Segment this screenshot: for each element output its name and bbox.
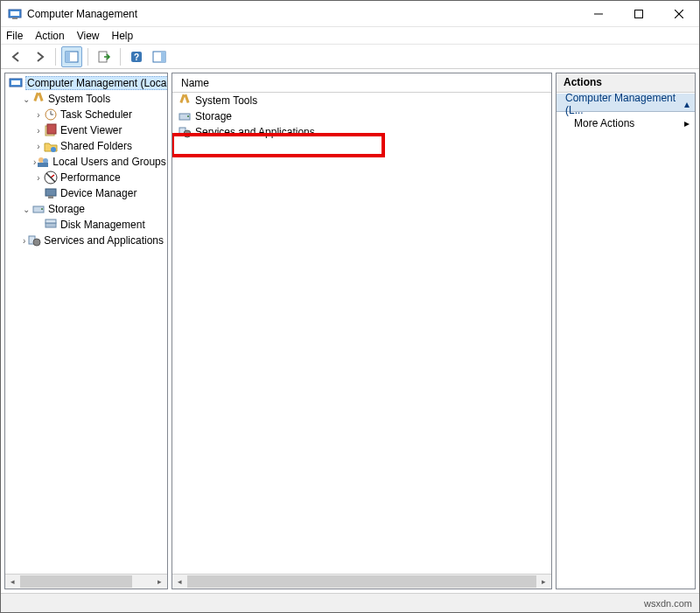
tree-root-computer-management[interactable]: Computer Management (Local <box>5 75 167 91</box>
minimize-button[interactable] <box>578 1 619 26</box>
scroll-left-arrow[interactable]: ◂ <box>172 575 187 589</box>
collapse-icon[interactable]: ⌄ <box>21 94 32 104</box>
tree-performance[interactable]: › Performance <box>5 170 167 185</box>
tree-horizontal-scrollbar[interactable]: ◂ ▸ <box>5 574 167 589</box>
storage-icon <box>32 202 46 216</box>
toolbar: ? <box>1 45 699 69</box>
tree-label: Task Scheduler <box>60 108 132 121</box>
services-apps-icon <box>27 233 41 247</box>
svg-point-37 <box>33 239 40 246</box>
list-item-storage[interactable]: Storage <box>172 108 551 124</box>
list-item-label: System Tools <box>195 94 257 107</box>
expand-icon[interactable]: › <box>33 110 44 120</box>
show-hide-action-pane-button[interactable] <box>149 46 170 67</box>
tree-task-scheduler[interactable]: › Task Scheduler <box>5 107 167 122</box>
svg-rect-30 <box>46 189 56 196</box>
tree-label: Shared Folders <box>60 140 132 152</box>
tree-disk-management[interactable]: Disk Management <box>5 217 167 233</box>
svg-rect-34 <box>46 223 56 227</box>
tree-label: Services and Applications <box>44 234 164 247</box>
scroll-right-arrow[interactable]: ▸ <box>152 575 167 589</box>
menu-view[interactable]: View <box>77 30 100 42</box>
toolbar-separator <box>55 48 56 66</box>
submenu-arrow-icon: ▸ <box>684 117 690 129</box>
tree-shared-folders[interactable]: › Shared Folders <box>5 138 167 154</box>
computer-management-icon <box>9 76 23 90</box>
event-viewer-icon <box>44 123 58 137</box>
status-text: wsxdn.com <box>644 598 692 609</box>
scroll-thumb[interactable] <box>20 575 132 588</box>
expand-icon[interactable]: › <box>33 142 44 151</box>
tree-label: Local Users and Groups <box>52 156 165 168</box>
back-button[interactable] <box>6 46 27 67</box>
system-tools-icon <box>178 94 192 108</box>
tree-device-manager[interactable]: Device Manager <box>5 185 167 201</box>
svg-text:?: ? <box>134 52 139 62</box>
tree-label: Computer Management (Local <box>25 76 167 90</box>
show-hide-tree-button[interactable] <box>61 46 82 67</box>
tree-local-users-groups[interactable]: › Local Users and Groups <box>5 154 167 170</box>
expand-icon[interactable]: › <box>21 236 27 246</box>
menu-action[interactable]: Action <box>35 30 64 42</box>
svg-point-23 <box>51 147 56 152</box>
disk-management-icon <box>44 218 58 232</box>
svg-rect-35 <box>46 219 56 223</box>
svg-point-43 <box>184 130 191 137</box>
console-tree: Computer Management (Local ⌄ System Tool… <box>5 73 167 574</box>
titlebar: Computer Management <box>1 1 699 27</box>
svg-rect-13 <box>161 52 165 62</box>
actions-pane: Actions Computer Management (L... ▴ More… <box>556 73 696 589</box>
list-item-label: Storage <box>195 110 232 122</box>
shared-folders-icon <box>44 139 58 153</box>
system-tools-icon <box>32 92 46 106</box>
collapse-up-icon[interactable]: ▴ <box>684 98 690 110</box>
svg-rect-8 <box>66 52 70 62</box>
console-tree-pane: Computer Management (Local ⌄ System Tool… <box>4 73 168 589</box>
help-button[interactable]: ? <box>126 46 147 67</box>
export-list-button[interactable] <box>94 46 115 67</box>
maximize-button[interactable] <box>619 1 659 26</box>
menu-help[interactable]: Help <box>112 30 134 42</box>
svg-rect-15 <box>11 80 20 85</box>
list-item-system-tools[interactable]: System Tools <box>172 93 551 108</box>
tree-event-viewer[interactable]: › Event Viewer <box>5 122 167 138</box>
tree-label: Device Manager <box>60 187 136 199</box>
performance-icon <box>44 171 58 185</box>
actions-more-actions[interactable]: More Actions ▸ <box>556 112 695 131</box>
forward-button[interactable] <box>29 46 50 67</box>
svg-rect-1 <box>10 11 19 16</box>
tree-system-tools[interactable]: ⌄ System Tools <box>5 91 167 107</box>
svg-rect-26 <box>38 163 48 167</box>
expand-icon[interactable]: › <box>33 126 44 136</box>
tree-label: Storage <box>48 203 85 215</box>
list-item-services-applications[interactable]: Services and Applications <box>172 124 551 140</box>
computer-management-window: Computer Management File Action View Hel… <box>0 0 700 613</box>
close-button[interactable] <box>659 1 699 26</box>
scroll-right-arrow[interactable]: ▸ <box>536 575 551 589</box>
list-horizontal-scrollbar[interactable]: ◂ ▸ <box>172 574 551 589</box>
storage-icon <box>178 109 192 123</box>
tree-label: Event Viewer <box>60 124 122 136</box>
menu-file[interactable]: File <box>6 30 23 42</box>
svg-rect-22 <box>47 124 56 134</box>
scroll-track[interactable] <box>20 575 152 589</box>
scroll-thumb[interactable] <box>187 575 536 588</box>
tree-services-applications[interactable]: › Services and Applications <box>5 233 167 248</box>
collapse-icon[interactable]: ⌄ <box>21 205 32 214</box>
window-title: Computer Management <box>27 8 578 20</box>
actions-context-title[interactable]: Computer Management (L... ▴ <box>556 93 695 112</box>
svg-rect-2 <box>12 17 18 19</box>
scroll-left-arrow[interactable]: ◂ <box>5 575 20 589</box>
scroll-track[interactable] <box>187 575 536 589</box>
task-scheduler-icon <box>44 108 58 122</box>
tree-label: Performance <box>60 171 121 184</box>
tree-storage[interactable]: ⌄ Storage <box>5 201 167 217</box>
svg-rect-17 <box>38 93 43 101</box>
device-manager-icon <box>44 186 58 200</box>
app-icon <box>8 7 22 21</box>
list-column-header-name[interactable]: Name <box>172 73 551 93</box>
statusbar: wsxdn.com <box>1 593 699 612</box>
window-controls <box>578 1 699 26</box>
expand-icon[interactable]: › <box>33 173 44 183</box>
actions-item-label: More Actions <box>574 117 634 129</box>
